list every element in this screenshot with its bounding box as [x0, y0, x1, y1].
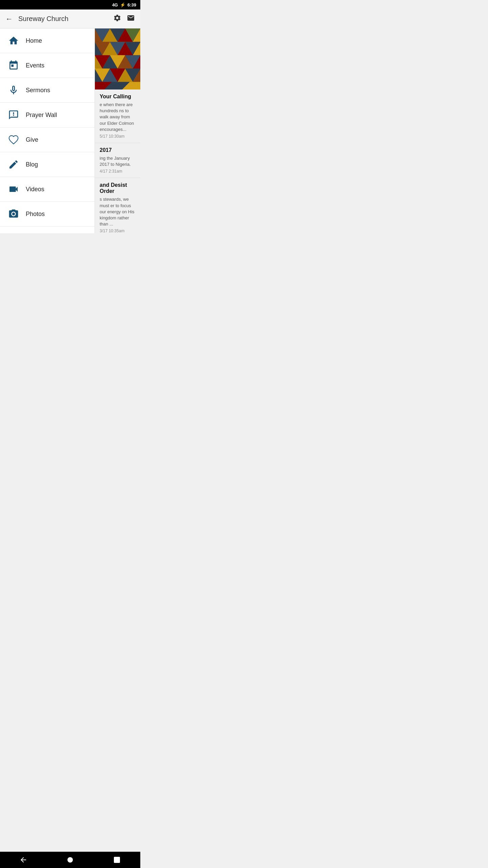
app-header: ← Sureway Church — [0, 9, 140, 28]
mail-button[interactable] — [127, 14, 135, 24]
give-label: Give — [26, 136, 38, 143]
content-date-0: 5/17 10:30am — [100, 134, 136, 139]
photos-label: Photos — [26, 211, 45, 218]
sermons-label: Sermons — [26, 87, 50, 94]
blog-icon — [7, 158, 20, 171]
sidebar-item-prayer-wall[interactable]: Prayer Wall — [0, 103, 95, 127]
home-icon — [7, 34, 20, 47]
page-title: Sureway Church — [18, 15, 113, 23]
content-item-1[interactable]: 2017 ing the January 2017 to Nigeria. 4/… — [95, 143, 140, 178]
events-label: Events — [26, 62, 44, 69]
sidebar-item-events[interactable]: Events — [0, 53, 95, 78]
content-date-2: 3/17 10:35am — [100, 229, 136, 233]
header-icons — [113, 14, 135, 24]
content-item-2[interactable]: and Desist Order s stewards, we must er … — [95, 178, 140, 233]
videos-label: Videos — [26, 186, 44, 193]
microphone-icon — [7, 83, 20, 97]
sidebar-item-give[interactable]: Give — [0, 127, 95, 152]
content-panel: Your Calling e when there are hundreds n… — [95, 28, 140, 233]
facebook-icon — [7, 232, 20, 233]
sidebar-item-videos[interactable]: Videos — [0, 177, 95, 202]
home-label: Home — [26, 37, 42, 44]
time-display: 6:39 — [127, 2, 136, 7]
prayer-wall-label: Prayer Wall — [26, 112, 57, 119]
sidebar-nav: Home Events Sermons Prayer Wall — [0, 28, 95, 233]
sidebar-item-home[interactable]: Home — [0, 28, 95, 53]
content-text-1: ing the January 2017 to Nigeria. — [100, 155, 136, 167]
content-date-1: 4/17 2:31am — [100, 169, 136, 174]
settings-button[interactable] — [113, 14, 121, 24]
sidebar-item-blog[interactable]: Blog — [0, 152, 95, 177]
signal-icon: 4G — [112, 2, 118, 7]
calendar-icon — [7, 59, 20, 72]
prayer-icon — [7, 108, 20, 122]
back-button[interactable]: ← — [5, 15, 13, 23]
status-bar: 4G ⚡ 6:39 — [0, 0, 140, 9]
sidebar-item-sermons[interactable]: Sermons — [0, 78, 95, 103]
blog-label: Blog — [26, 161, 38, 168]
sidebar-item-photos[interactable]: Photos — [0, 202, 95, 226]
main-container: Home Events Sermons Prayer Wall — [0, 28, 140, 233]
heart-icon — [7, 133, 20, 146]
content-item-0[interactable]: Your Calling e when there are hundreds n… — [95, 90, 140, 143]
content-title-2: and Desist Order — [100, 182, 136, 194]
content-text-0: e when there are hundreds ns to walk awa… — [100, 102, 136, 133]
content-text-2: s stewards, we must er to focus our ener… — [100, 196, 136, 227]
content-title-1: 2017 — [100, 147, 136, 153]
content-title-0: Your Calling — [100, 94, 136, 100]
sidebar-item-facebook[interactable]: Facebook — [0, 226, 95, 233]
battery-icon: ⚡ — [120, 2, 125, 7]
hero-image — [95, 28, 140, 90]
camera-icon — [7, 207, 20, 221]
video-icon — [7, 182, 20, 196]
